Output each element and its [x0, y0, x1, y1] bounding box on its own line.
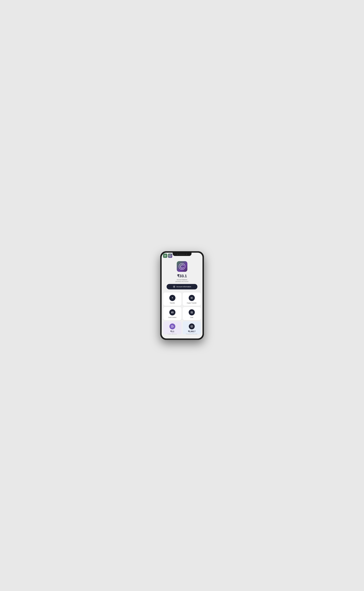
card-control-card[interactable]: Card Control	[163, 307, 182, 320]
brand-icon-button[interactable]	[168, 254, 172, 258]
svg-point-1	[179, 263, 185, 269]
completed-transfer-amount: ₹3,302.7	[188, 330, 195, 333]
balance-amount: ₹33.1	[177, 274, 187, 278]
transfer-label: Transfer	[170, 302, 175, 304]
notch-camera-2	[186, 254, 187, 255]
screen-content: ₹33.1 Account Balance SAVINGS ACCOUNT Ac…	[162, 259, 202, 334]
phone-notch	[173, 253, 192, 256]
account-info-icon	[173, 285, 176, 288]
menu-button[interactable]	[163, 254, 167, 258]
phone-screen: ₹33.1 Account Balance SAVINGS ACCOUNT Ac…	[162, 253, 202, 338]
completed-transfer-icon	[189, 323, 195, 329]
brand-logo	[177, 261, 187, 272]
completed-transfer-card[interactable]: ₹3,302.7 Completed Transfer	[183, 321, 201, 334]
completed-transfer-label: Completed Transfer	[186, 334, 197, 334]
stats-section: ₹1.1 Ledger Balance ₹3,302.7 Completed T…	[162, 321, 202, 334]
loan-label: Loan	[190, 317, 193, 318]
loan-card[interactable]: Loan	[183, 307, 201, 320]
actions-grid: Transfer Crypto Transfer	[162, 291, 202, 321]
ledger-balance-amount: ₹1.1	[170, 330, 174, 333]
transfer-icon	[169, 295, 176, 301]
ledger-balance-card[interactable]: ₹1.1 Ledger Balance	[163, 321, 182, 334]
account-info-button[interactable]: Account Information	[167, 284, 197, 289]
svg-rect-6	[171, 312, 173, 313]
crypto-transfer-card[interactable]: Crypto Transfer	[183, 292, 201, 306]
crypto-transfer-label: Crypto Transfer	[187, 302, 197, 304]
phone-frame: ₹33.1 Account Balance SAVINGS ACCOUNT Ac…	[160, 251, 204, 340]
svg-rect-7	[172, 313, 172, 313]
notch-camera	[177, 254, 178, 255]
notch-speaker	[179, 254, 185, 255]
card-control-icon	[169, 309, 176, 315]
account-info-label: Account Information	[176, 286, 191, 288]
account-type: SAVINGS ACCOUNT	[175, 281, 188, 282]
ledger-balance-icon	[169, 323, 175, 329]
ledger-balance-label: Ledger Balance	[168, 334, 177, 334]
svg-point-0	[169, 255, 171, 257]
svg-rect-5	[191, 298, 192, 298]
transfer-card[interactable]: Transfer	[163, 292, 182, 306]
hamburger-icon	[164, 255, 166, 256]
crypto-transfer-icon	[189, 295, 195, 301]
card-control-label: Card Control	[168, 317, 176, 318]
balance-label: Account Balance	[177, 279, 187, 281]
loan-icon	[189, 309, 195, 315]
hero-section: ₹33.1 Account Balance SAVINGS ACCOUNT Ac…	[162, 259, 202, 291]
